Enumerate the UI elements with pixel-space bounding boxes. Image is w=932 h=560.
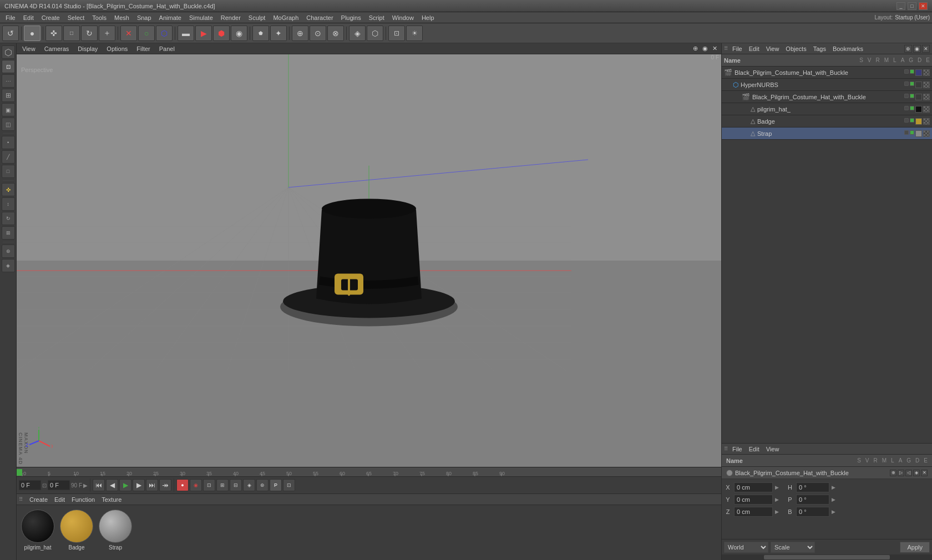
menu-simulate[interactable]: Simulate xyxy=(186,13,216,22)
obj-icon-1[interactable]: ⊕ xyxy=(904,45,912,53)
menu-script[interactable]: Script xyxy=(366,13,388,22)
tl-key-4[interactable]: ⊞ xyxy=(216,479,229,491)
render-settings[interactable]: ◉ xyxy=(231,26,247,41)
obj-row-hypernurbs[interactable]: ⬡ HyperNURBS xyxy=(722,79,932,91)
tl-goto-start[interactable]: ⏮ xyxy=(93,479,105,491)
attr-menu-view[interactable]: View xyxy=(764,445,782,454)
attr-menu-edit[interactable]: Edit xyxy=(747,445,762,454)
sidebar-mode-0[interactable]: ⬡ xyxy=(2,45,15,59)
menu-select[interactable]: Select xyxy=(64,13,88,22)
tool-bridge[interactable]: ⊙ xyxy=(310,26,326,41)
tl-goto-end[interactable]: ⏭ xyxy=(146,479,158,491)
vp-menu-view[interactable]: View xyxy=(19,44,39,53)
menu-sculpt[interactable]: Sculpt xyxy=(245,13,269,22)
tool-bevel[interactable]: ✦ xyxy=(270,26,287,41)
undo-button[interactable]: ↺ xyxy=(2,26,19,41)
menu-snap[interactable]: Snap xyxy=(134,13,155,22)
mode-z[interactable]: ⬡ xyxy=(156,26,173,41)
attr-icon-3[interactable]: ◁ xyxy=(905,470,912,476)
obj-menu-tags[interactable]: Tags xyxy=(811,44,828,53)
render-to-picture[interactable]: ⬢ xyxy=(213,26,230,41)
attr-b-val[interactable] xyxy=(796,507,829,517)
menu-file[interactable]: File xyxy=(2,13,19,22)
sidebar-poly[interactable]: □ xyxy=(2,165,15,178)
vp-menu-filter[interactable]: Filter xyxy=(133,44,153,53)
obj-menu-edit[interactable]: Edit xyxy=(747,44,762,53)
mat-item-pilgrim[interactable]: pilgrim_hat xyxy=(21,510,54,551)
frame-input-2[interactable] xyxy=(48,480,70,490)
tool-knife[interactable]: ⊕ xyxy=(292,26,308,41)
sidebar-mode-4[interactable]: ▣ xyxy=(2,103,15,116)
vp-menu-options[interactable]: Options xyxy=(103,44,131,53)
tl-key-1[interactable]: ● xyxy=(176,479,189,491)
tl-next-frame[interactable]: ▶ xyxy=(133,479,145,491)
tool-spin[interactable]: ⊗ xyxy=(327,26,344,41)
mat-item-badge[interactable]: Badge xyxy=(60,510,93,551)
tl-key-5[interactable]: ⊟ xyxy=(230,479,242,491)
sidebar-paint[interactable]: ◈ xyxy=(2,259,15,272)
tl-key-9[interactable]: ⊡ xyxy=(283,479,295,491)
obj-row-strap[interactable]: △ Strap xyxy=(722,128,932,140)
dot-1[interactable] xyxy=(904,69,909,74)
tool-camera[interactable]: ⊡ xyxy=(388,26,405,41)
attr-menu-file[interactable]: File xyxy=(730,445,744,454)
dot-g-2[interactable] xyxy=(910,94,914,98)
obj-menu-view[interactable]: View xyxy=(764,44,782,53)
tool-add[interactable]: ＋ xyxy=(99,26,115,41)
render-region[interactable]: ▬ xyxy=(178,26,194,41)
render-view[interactable]: ▶ xyxy=(195,26,212,41)
mat-menu-edit[interactable]: Edit xyxy=(52,495,67,504)
dot-strap-2[interactable] xyxy=(910,130,914,135)
tool-extrude[interactable]: ⬟ xyxy=(252,26,269,41)
dot-hat-1[interactable] xyxy=(904,106,909,110)
sidebar-mode-2[interactable]: ⋯ xyxy=(2,74,15,88)
attr-icon-1[interactable]: ⊕ xyxy=(890,470,896,476)
vp-icon-3[interactable]: ✕ xyxy=(711,44,719,53)
dot-hat-2[interactable] xyxy=(910,106,914,110)
menu-animate[interactable]: Animate xyxy=(156,13,185,22)
attr-y-val[interactable] xyxy=(734,495,773,505)
attr-x-val[interactable] xyxy=(734,482,773,492)
sidebar-select2[interactable]: ⊞ xyxy=(2,226,15,240)
mode-x[interactable]: ✕ xyxy=(120,26,137,41)
tl-key-2[interactable]: ◉ xyxy=(190,479,202,491)
viewport-3d[interactable]: Perspective xyxy=(17,54,721,467)
dot-strap-1[interactable] xyxy=(904,130,909,135)
obj-menu-bookmarks[interactable]: Bookmarks xyxy=(830,44,865,53)
tl-key-8[interactable]: P xyxy=(270,479,282,491)
obj-icon-3[interactable]: ✕ xyxy=(922,45,930,53)
sidebar-rotate2[interactable]: ↻ xyxy=(2,212,15,225)
menu-plugins[interactable]: Plugins xyxy=(338,13,364,22)
vp-menu-cameras[interactable]: Cameras xyxy=(41,44,73,53)
tl-prev-frame[interactable]: ◀ xyxy=(106,479,118,491)
vp-menu-display[interactable]: Display xyxy=(74,44,101,53)
attr-icon-2[interactable]: ▷ xyxy=(898,470,904,476)
tool-move[interactable]: ✜ xyxy=(45,26,62,41)
vp-icon-1[interactable]: ⊕ xyxy=(691,44,700,53)
dot-h-2[interactable] xyxy=(910,82,914,86)
obj-menu-objects[interactable]: Objects xyxy=(783,44,808,53)
tool-light[interactable]: ☀ xyxy=(406,26,423,41)
dot-2[interactable] xyxy=(910,69,914,74)
scrollbar-bottom[interactable] xyxy=(722,554,932,560)
attr-z-val[interactable] xyxy=(734,507,773,517)
menu-create[interactable]: Create xyxy=(38,13,63,22)
mat-menu-function[interactable]: Function xyxy=(69,495,97,504)
tool-rotate[interactable]: ↻ xyxy=(81,26,98,41)
obj-row-root[interactable]: 🎬 Black_Pilgrim_Costume_Hat_with_Buckle xyxy=(722,67,932,79)
dot-badge-2[interactable] xyxy=(910,118,914,123)
attr-icon-5[interactable]: ✕ xyxy=(921,470,928,476)
mat-menu-texture[interactable]: Texture xyxy=(99,495,124,504)
tl-key-3[interactable]: ⊡ xyxy=(203,479,215,491)
menu-help[interactable]: Help xyxy=(418,13,438,22)
vp-menu-panel[interactable]: Panel xyxy=(156,44,178,53)
sidebar-scale2[interactable]: ↕ xyxy=(2,197,15,211)
viewport[interactable]: View Cameras Display Options Filter Pane… xyxy=(17,43,721,467)
sidebar-brush[interactable]: ⊛ xyxy=(2,245,15,258)
mode-y[interactable]: ○ xyxy=(138,26,155,41)
minimize-button[interactable]: _ xyxy=(896,2,905,10)
menu-character[interactable]: Character xyxy=(303,13,336,22)
apply-button[interactable]: Apply xyxy=(900,542,930,553)
sidebar-edge[interactable]: ╱ xyxy=(2,150,15,164)
sidebar-mode-3[interactable]: ⊞ xyxy=(2,89,15,102)
